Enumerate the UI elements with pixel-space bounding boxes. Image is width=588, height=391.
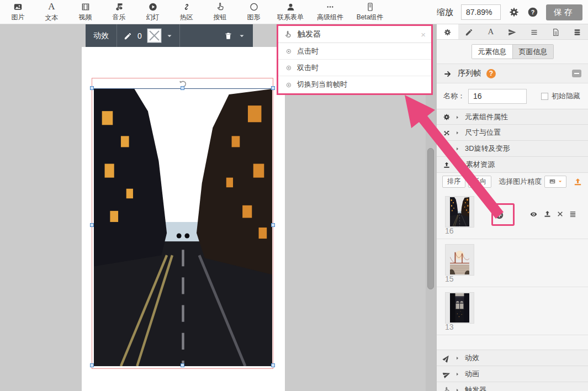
resize-handle-top-right[interactable] bbox=[271, 86, 275, 90]
anim-effect-button[interactable]: 动效 bbox=[93, 31, 109, 41]
tool-label: 热区 bbox=[180, 13, 193, 22]
section-animation[interactable]: 动画 bbox=[437, 366, 588, 382]
trash-icon[interactable] bbox=[224, 31, 232, 41]
workspace-scrollbar-thumb[interactable] bbox=[427, 148, 434, 289]
resize-handle-bottom-right[interactable] bbox=[271, 363, 275, 367]
element-info-tab[interactable]: 元素信息 bbox=[472, 45, 512, 59]
section-assets[interactable]: 素材资源 bbox=[437, 157, 588, 173]
add-trigger-plus-icon[interactable] bbox=[495, 210, 504, 220]
asset-row-13: 13 bbox=[437, 287, 588, 335]
tool-contact-form[interactable]: 联系表单 bbox=[271, 1, 310, 24]
film-icon bbox=[81, 2, 91, 12]
bridge-dark-thumb bbox=[450, 293, 469, 323]
upload-icon[interactable] bbox=[543, 210, 552, 218]
trigger-option-click[interactable]: 点击时 bbox=[278, 43, 431, 60]
tab-properties-gear[interactable] bbox=[437, 24, 458, 39]
gear-icon[interactable] bbox=[508, 7, 520, 18]
tool-label: 联系表单 bbox=[277, 13, 304, 22]
chevron-right-icon bbox=[455, 353, 460, 363]
device-icon bbox=[365, 2, 375, 12]
section-label: 动效 bbox=[465, 353, 479, 363]
tab-list[interactable] bbox=[523, 24, 545, 39]
tab-text[interactable]: A bbox=[480, 24, 501, 39]
tool-beta[interactable]: Beta组件 bbox=[350, 1, 390, 24]
name-label: 名称： bbox=[443, 91, 465, 101]
save-button[interactable]: 保存 bbox=[546, 4, 582, 20]
help-icon[interactable] bbox=[527, 7, 538, 18]
tool-label: 高级组件 bbox=[317, 13, 343, 22]
music-note-icon bbox=[114, 2, 124, 12]
person-icon bbox=[286, 2, 295, 12]
resize-handle-bottom-center[interactable] bbox=[181, 363, 184, 367]
pencil-icon bbox=[465, 27, 473, 37]
trigger-option-frame-switch[interactable]: 切换到当前帧时 bbox=[278, 76, 431, 93]
section-3d-transform[interactable]: 3D旋转及变形 bbox=[437, 141, 588, 157]
zoom-input[interactable] bbox=[461, 4, 501, 20]
image-precision-dropdown[interactable] bbox=[544, 176, 566, 188]
trigger-popup: 触发器 × 点击时 双击时 切换到当前帧时 bbox=[277, 24, 433, 95]
tool-button[interactable]: 按钮 bbox=[203, 1, 237, 24]
delete-x-icon[interactable] bbox=[557, 210, 564, 218]
resize-handle-top-center[interactable] bbox=[181, 86, 184, 90]
tool-video[interactable]: 视频 bbox=[68, 1, 102, 24]
tool-shape[interactable]: 图形 bbox=[237, 1, 271, 24]
popup-title: 触发器 bbox=[298, 29, 321, 39]
radio-target-icon bbox=[285, 47, 293, 56]
asset-thumbnail[interactable] bbox=[445, 196, 474, 228]
move-icon bbox=[443, 128, 451, 138]
element-name-input[interactable] bbox=[468, 89, 527, 104]
tab-page[interactable] bbox=[545, 24, 566, 39]
tool-hotzone[interactable]: 热区 bbox=[169, 1, 203, 24]
asset-thumbnail[interactable] bbox=[445, 244, 474, 276]
chevron-right-icon bbox=[455, 128, 460, 138]
asset-thumbnail[interactable] bbox=[445, 292, 474, 324]
tool-slideshow[interactable]: 幻灯 bbox=[136, 1, 169, 24]
initial-hidden-checkbox[interactable] bbox=[541, 93, 548, 100]
hand-pointer-icon bbox=[443, 385, 451, 391]
section-size-position[interactable]: 尺寸与位置 bbox=[437, 125, 588, 141]
collapse-minus-button[interactable] bbox=[572, 70, 581, 77]
pencil-icon bbox=[124, 31, 132, 41]
reverse-button[interactable]: 反向 bbox=[468, 176, 491, 188]
tool-label: 图片 bbox=[12, 13, 25, 22]
text-icon: A bbox=[48, 1, 55, 12]
resize-handle-mid-left[interactable] bbox=[90, 223, 94, 227]
upload-asset-icon[interactable] bbox=[573, 176, 582, 186]
trigger-option-double-click[interactable]: 双击时 bbox=[278, 60, 431, 76]
asset-actions bbox=[529, 210, 577, 218]
assets-toolbar: 排序 反向 选择图片精度 bbox=[437, 173, 588, 190]
resize-handle-top-left[interactable] bbox=[90, 86, 94, 90]
sort-button[interactable]: 排序 bbox=[442, 176, 465, 188]
help-badge-icon[interactable]: ? bbox=[486, 69, 496, 78]
section-label: 触发器 bbox=[465, 385, 486, 391]
resize-handle-bottom-left[interactable] bbox=[90, 363, 94, 367]
paper-plane-icon bbox=[443, 369, 451, 379]
tab-layers[interactable] bbox=[566, 24, 588, 39]
section-motion-effect[interactable]: 动效 bbox=[437, 350, 588, 366]
tool-image[interactable]: 图片 bbox=[1, 1, 35, 24]
trigger-option-label: 双击时 bbox=[297, 63, 319, 73]
tab-edit-pencil[interactable] bbox=[458, 24, 480, 39]
section-trigger[interactable]: 触发器 bbox=[437, 382, 588, 391]
tool-palette: 图片 A文本 视频 音乐 幻灯 热区 按钮 图形 联系表单 高级组件 Beta组… bbox=[0, 1, 390, 24]
chevron-right-icon bbox=[455, 385, 460, 391]
chevron-down-icon[interactable] bbox=[239, 31, 245, 41]
menu-lines-icon[interactable] bbox=[569, 210, 577, 218]
tab-animation[interactable] bbox=[501, 24, 523, 39]
radio-target-icon bbox=[285, 80, 293, 89]
chevron-down-icon[interactable] bbox=[166, 31, 173, 41]
eye-icon[interactable] bbox=[529, 210, 538, 218]
tool-label: 按钮 bbox=[214, 13, 227, 22]
trigger-option-label: 切换到当前帧时 bbox=[297, 80, 347, 89]
tool-music[interactable]: 音乐 bbox=[102, 1, 136, 24]
close-icon[interactable]: × bbox=[421, 30, 426, 39]
section-element-properties[interactable]: 元素组件属性 bbox=[437, 109, 588, 125]
tool-text[interactable]: A文本 bbox=[35, 1, 68, 24]
asset-label: 15 bbox=[445, 274, 454, 283]
page-info-tab[interactable]: 页面信息 bbox=[512, 45, 553, 59]
bridge-sunset-thumb bbox=[450, 245, 469, 275]
resize-handle-mid-right[interactable] bbox=[271, 223, 275, 227]
asset-label: 16 bbox=[445, 226, 454, 235]
tool-advanced[interactable]: 高级组件 bbox=[310, 1, 350, 24]
color-swatch-none[interactable] bbox=[147, 29, 161, 43]
